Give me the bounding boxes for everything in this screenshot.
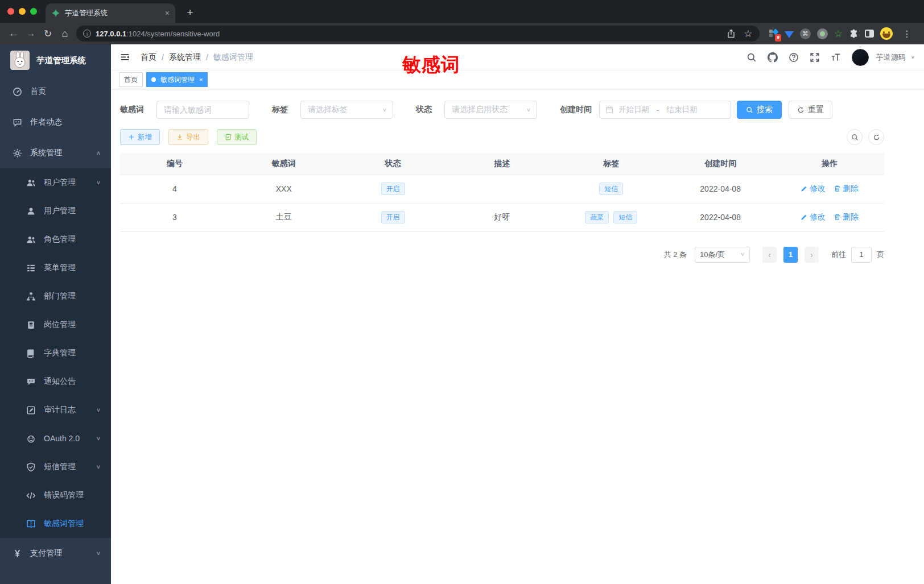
delete-link[interactable]: 删除 (834, 212, 859, 222)
sidebar-item-label: 角色管理 (44, 234, 76, 245)
prev-page-button[interactable]: ‹ (762, 247, 777, 263)
cell-actions: 修改删除 (775, 203, 884, 231)
status-badge[interactable]: 开启 (381, 211, 405, 223)
logo-rabbit-avatar (10, 51, 30, 70)
sidebar-item-dict-management[interactable]: 字典管理 (0, 339, 111, 367)
fullscreen-icon[interactable] (806, 49, 823, 66)
test-button[interactable]: 测试 (217, 129, 257, 145)
sidebar-item-audit-log[interactable]: 审计日志∨ (0, 396, 111, 424)
extension-green-star-icon[interactable] (834, 29, 843, 39)
chevron-down-icon[interactable] (911, 55, 915, 60)
sidebar-logo[interactable]: 芋道管理系统 (0, 44, 111, 76)
sidebar-item-user-management[interactable]: 用户管理 (0, 197, 111, 225)
sidebar-item-post-management[interactable]: 岗位管理 (0, 310, 111, 339)
edit-link[interactable]: 修改 (801, 212, 826, 222)
message-icon (13, 118, 22, 127)
chevron-down-icon: ∨ (96, 179, 101, 185)
label-tag: 蔬菜 (585, 211, 609, 223)
tag-view-item[interactable]: 首页 (119, 72, 143, 87)
user-avatar[interactable] (852, 49, 869, 66)
tag-select[interactable]: 请选择标签 (300, 101, 393, 119)
status-select[interactable]: 请选择启用状态 (444, 101, 537, 119)
browser-menu-icon[interactable] (899, 26, 915, 41)
bookmark-star-icon[interactable] (740, 26, 756, 41)
extensions-puzzle-icon[interactable] (849, 29, 859, 39)
sidebar-item-role-management[interactable]: 角色管理 (0, 225, 111, 254)
minimize-window-button[interactable] (19, 8, 26, 15)
dashboard-icon (13, 87, 22, 97)
url-bar[interactable]: 127.0.0.1:1024/system/sensitive-word (76, 26, 760, 42)
next-page-button[interactable]: › (805, 247, 819, 263)
sidebar-item-oauth2[interactable]: OAuth 2.0∨ (0, 424, 111, 453)
show-search-icon[interactable] (847, 129, 863, 145)
page-size-select[interactable]: 10条/页 (695, 247, 750, 263)
close-window-button[interactable] (7, 8, 14, 15)
keyword-input[interactable] (156, 101, 249, 119)
sidebar-item-label: 字典管理 (44, 348, 76, 358)
new-tab-button[interactable]: + (182, 5, 198, 20)
status-badge[interactable]: 开启 (381, 183, 405, 195)
browser-tabstrip: 芋道管理系统 × + (0, 0, 924, 23)
sidebar-item-tenant-management[interactable]: 租户管理∨ (0, 168, 111, 197)
chevron-down-icon (382, 107, 387, 113)
github-icon[interactable] (764, 49, 781, 66)
side-panel-icon[interactable] (865, 30, 874, 38)
share-icon[interactable] (723, 26, 739, 41)
search-button[interactable]: 搜索 (737, 101, 782, 119)
tab-close-icon[interactable]: × (165, 9, 170, 17)
back-button[interactable] (6, 26, 22, 41)
forward-button[interactable] (23, 26, 39, 41)
delete-link[interactable]: 删除 (834, 184, 859, 194)
profile-avatar[interactable] (880, 27, 893, 40)
notice-bubble-icon (26, 377, 36, 387)
page-number-current[interactable]: 1 (783, 247, 798, 263)
menu-list-icon (26, 263, 36, 273)
edit-link[interactable]: 修改 (801, 184, 826, 194)
sidebar-item-error-code-management[interactable]: 错误码管理 (0, 481, 111, 510)
home-button[interactable] (57, 26, 73, 41)
org-tree-icon (26, 292, 36, 301)
tag-close-icon[interactable]: × (199, 76, 203, 83)
sidebar-menu: 首页作者动态系统管理∧租户管理∨用户管理角色管理菜单管理部门管理岗位管理字典管理… (0, 76, 111, 569)
sidebar-item-menu-management[interactable]: 菜单管理 (0, 254, 111, 282)
sidebar-item-sms-management[interactable]: 短信管理∨ (0, 453, 111, 481)
sidebar-item-sensitive-word-management[interactable]: 敏感词管理 (0, 510, 111, 538)
help-icon[interactable] (785, 49, 802, 66)
date-range-picker[interactable]: 开始日期 - 结束日期 (599, 101, 731, 119)
username[interactable]: 芋道源码 (876, 52, 906, 63)
refresh-icon[interactable] (868, 129, 884, 145)
goto-page-input[interactable] (851, 247, 872, 263)
extension-command-icon[interactable] (800, 28, 811, 39)
sidebar-item-author-news[interactable]: 作者动态 (0, 107, 111, 138)
browser-tab[interactable]: 芋道管理系统 × (46, 3, 175, 23)
breadcrumb-item[interactable]: 首页 (141, 52, 156, 63)
breadcrumb-item[interactable]: 系统管理 (169, 52, 201, 63)
search-icon[interactable] (743, 49, 760, 66)
reset-button[interactable]: 重置 (789, 101, 832, 119)
sidebar-fold-icon[interactable] (116, 48, 134, 67)
reload-button[interactable] (40, 26, 56, 41)
sidebar-item-notice[interactable]: 通知公告 (0, 367, 111, 396)
tag-view-item[interactable]: 敏感词管理× (146, 72, 208, 87)
sidebar-item-system-management[interactable]: 系统管理∧ (0, 138, 111, 168)
extension-grid-icon[interactable]: 9 (769, 29, 778, 39)
export-button[interactable]: 导出 (168, 129, 208, 145)
add-button[interactable]: 新增 (120, 129, 160, 145)
sidebar-item-dept-management[interactable]: 部门管理 (0, 282, 111, 310)
date-end-placeholder: 结束日期 (667, 105, 698, 115)
cell-description (448, 175, 557, 203)
font-size-icon[interactable] (827, 49, 844, 66)
url-text: 127.0.0.1:1024/system/sensitive-word (96, 30, 220, 38)
sidebar-item-pay-management[interactable]: 支付管理∨ (0, 538, 111, 569)
cell-word: 土豆 (229, 203, 339, 231)
keyword-label: 敏感词 (120, 105, 144, 115)
site-info-icon[interactable] (83, 30, 91, 38)
tags-view: 首页敏感词管理× (111, 70, 924, 89)
extension-funnel-icon[interactable] (785, 31, 794, 38)
extension-record-icon[interactable] (817, 28, 828, 39)
browser-toolbar: 127.0.0.1:1024/system/sensitive-word 9 (0, 23, 924, 44)
red-annotation-text: 敏感词 (402, 52, 460, 78)
tag-label: 标签 (272, 105, 288, 115)
zoom-window-button[interactable] (30, 8, 37, 15)
sidebar-item-home[interactable]: 首页 (0, 76, 111, 107)
